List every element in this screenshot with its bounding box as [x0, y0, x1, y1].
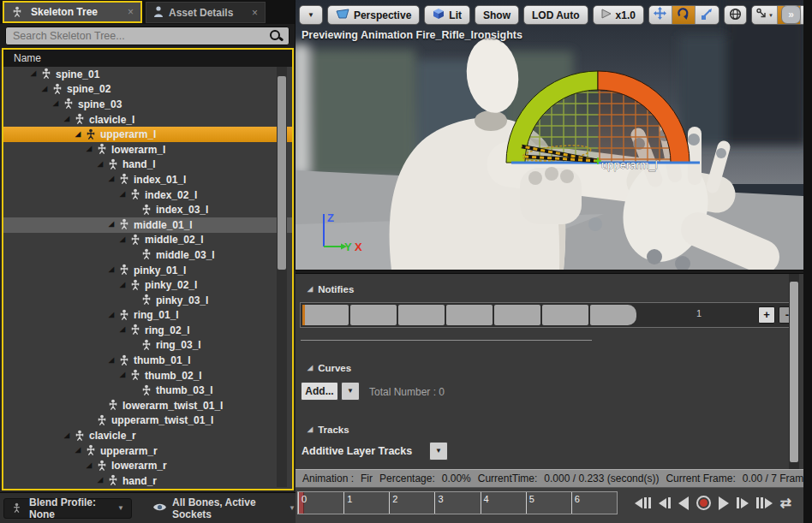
expand-arrow-icon[interactable]: ◢: [120, 235, 129, 243]
timeline-tick[interactable]: 2: [389, 492, 434, 514]
rotate-tool-button[interactable]: [672, 6, 696, 24]
tree-scrollbar-thumb[interactable]: [278, 76, 286, 270]
go-to-start-button[interactable]: [635, 497, 651, 508]
collapsed-tab-strip[interactable]: [803, 0, 812, 523]
tree-row-bone[interactable]: ◢ thumb_01_l: [3, 353, 292, 368]
timeline-tick[interactable]: 3: [434, 492, 480, 514]
translate-tool-button[interactable]: [649, 6, 672, 24]
tree-row-bone[interactable]: ◢ spine_02: [3, 82, 292, 98]
tab-skeleton-tree[interactable]: Skeleton Tree ×: [3, 1, 142, 23]
timeline-tick[interactable]: 5: [526, 492, 571, 514]
tree-row-bone[interactable]: ◢ index_01_l: [3, 172, 292, 187]
timeline-tick[interactable]: 0: [298, 492, 343, 514]
tree-row-bone[interactable]: ◢ spine_03: [3, 97, 292, 112]
search-input[interactable]: [6, 30, 269, 42]
tree-row-bone[interactable]: ◢ index_02_l: [3, 187, 292, 203]
notify-track-segment[interactable]: [398, 305, 445, 325]
bone-filter-button[interactable]: All Bones, Active Sockets ▼: [152, 496, 296, 520]
timeline-ruler[interactable]: 0 1 2 3 4 5 6: [297, 491, 618, 514]
tree-row-bone[interactable]: ◢ middle_03_l: [3, 247, 292, 263]
expand-arrow-icon[interactable]: ◢: [109, 356, 118, 364]
notify-track-segment[interactable]: [542, 305, 588, 325]
perspective-button[interactable]: Perspective: [327, 5, 420, 25]
tree-row-bone[interactable]: ◢ lowerarm_l: [3, 142, 292, 157]
expand-arrow-icon[interactable]: ◢: [87, 145, 96, 152]
tree-row-bone[interactable]: ◢ pinky_02_l: [3, 277, 292, 293]
notify-playhead[interactable]: [302, 305, 305, 325]
search-box[interactable]: [5, 27, 290, 45]
tab-asset-details[interactable]: Asset Details ×: [146, 2, 266, 23]
tree-row-bone[interactable]: ◢ thumb_02_l: [3, 368, 292, 383]
expand-arrow-icon[interactable]: ◢: [109, 175, 118, 182]
expand-arrow-icon[interactable]: ◢: [75, 446, 85, 454]
tree-row-bone[interactable]: ◢ hand_r: [3, 473, 292, 489]
tree-row-bone[interactable]: ◢ upperarm_r: [3, 443, 292, 459]
viewport-options-button[interactable]: ▼: [299, 5, 323, 25]
add-curve-dropdown-button[interactable]: ▼: [341, 382, 360, 401]
tree-row-bone[interactable]: ◢ upperarm_l: [3, 127, 292, 142]
expand-arrow-icon[interactable]: ◢: [64, 431, 74, 439]
tree-row-bone[interactable]: ◢ lowerarm_r: [3, 458, 292, 473]
notify-track-segment[interactable]: [590, 305, 636, 325]
show-button[interactable]: Show: [475, 5, 519, 25]
tree-row-bone[interactable]: ◢ clavicle_l: [3, 112, 292, 128]
tracks-section-header[interactable]: ◢ Tracks: [307, 425, 349, 435]
tree-row-bone[interactable]: ◢ ring_03_l: [3, 338, 292, 354]
tree-row-bone[interactable]: ◢ pinky_03_l: [3, 293, 292, 308]
expand-arrow-icon[interactable]: ◢: [120, 325, 129, 333]
close-icon[interactable]: ×: [252, 7, 258, 19]
timeline-tick[interactable]: 1: [343, 492, 389, 514]
step-backward-button[interactable]: [659, 497, 671, 508]
expand-arrow-icon[interactable]: ◢: [109, 265, 118, 273]
socket-snap-button[interactable]: ▼: [752, 6, 778, 24]
close-icon[interactable]: ×: [128, 6, 134, 18]
tree-row-bone[interactable]: ◢ pinky_01_l: [3, 263, 292, 278]
play-forward-button[interactable]: [719, 496, 729, 510]
notifies-track[interactable]: 1 + -: [300, 302, 790, 328]
tree-row-bone[interactable]: ◢ clavicle_r: [3, 428, 292, 443]
expand-arrow-icon[interactable]: ◢: [98, 160, 107, 168]
expand-arrow-icon[interactable]: ◢: [109, 311, 118, 318]
record-button[interactable]: [696, 496, 711, 510]
tree-column-header-name[interactable]: Name: [3, 50, 292, 67]
step-forward-button[interactable]: [737, 497, 749, 508]
expand-arrow-icon[interactable]: ◢: [120, 281, 129, 288]
tree-row-bone[interactable]: ◢ lowerarm_twist_01_l: [3, 398, 292, 413]
expand-arrow-icon[interactable]: ◢: [109, 220, 118, 228]
notify-track-segment[interactable]: [350, 305, 397, 325]
curves-section-header[interactable]: ◢ Curves: [307, 363, 351, 373]
expand-arrow-icon[interactable]: ◢: [120, 190, 129, 198]
world-local-toggle-button[interactable]: [724, 5, 747, 25]
notify-track-segment[interactable]: [494, 305, 540, 325]
lit-button[interactable]: Lit: [424, 5, 470, 25]
playback-speed-button[interactable]: x1.0: [593, 5, 644, 25]
additive-layer-tracks-dropdown-button[interactable]: ▼: [429, 442, 448, 461]
lod-auto-button[interactable]: LOD Auto: [523, 5, 588, 25]
3d-viewport[interactable]: upperarm_l Z Y X ▼ Perspective: [296, 0, 803, 270]
tree-row-bone[interactable]: ◢ ring_01_l: [3, 308, 292, 324]
tree-row-bone[interactable]: ◢ middle_01_l: [3, 217, 292, 233]
expand-arrow-icon[interactable]: ◢: [98, 476, 107, 484]
tree-row-bone[interactable]: ◢ hand_l: [3, 157, 292, 173]
expand-arrow-icon[interactable]: ◢: [87, 461, 96, 469]
loop-toggle-button[interactable]: ⇄: [780, 496, 791, 510]
expand-arrow-icon[interactable]: ◢: [75, 130, 85, 138]
expand-arrow-icon[interactable]: ◢: [53, 99, 63, 107]
scale-tool-button[interactable]: [696, 6, 719, 24]
expand-arrow-icon[interactable]: ◢: [64, 115, 74, 122]
tree-row-bone[interactable]: ◢ middle_02_l: [3, 233, 292, 248]
blend-profile-button[interactable]: Blend Profile: None ▼: [3, 498, 132, 519]
details-scrollbar-thumb[interactable]: [790, 282, 798, 462]
notify-track-segment[interactable]: [446, 305, 493, 325]
tree-row-bone[interactable]: ◢ ring_02_l: [3, 323, 292, 338]
timeline-tick[interactable]: 4: [481, 492, 526, 514]
tree-row-bone[interactable]: ◢ spine_01: [3, 67, 292, 82]
add-notify-track-button[interactable]: +: [758, 306, 775, 324]
go-to-end-button[interactable]: [756, 497, 773, 508]
play-reverse-button[interactable]: [678, 496, 689, 510]
add-curve-button[interactable]: Add...: [301, 382, 338, 401]
notify-track-segment[interactable]: [302, 305, 349, 325]
expand-arrow-icon[interactable]: ◢: [31, 69, 40, 77]
toolbar-overflow-button[interactable]: »: [781, 5, 801, 24]
tree-row-bone[interactable]: ◢ index_03_l: [3, 202, 292, 217]
